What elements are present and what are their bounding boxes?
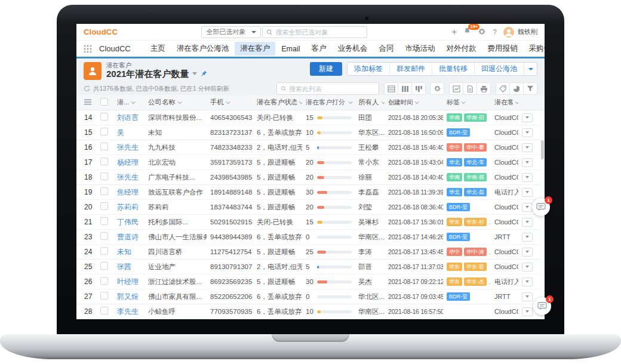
row-checkbox[interactable]: [100, 143, 108, 150]
nav-item-1[interactable]: 主页: [145, 42, 171, 55]
nav-item-2[interactable]: 潜在客户公海池: [171, 42, 235, 55]
row-checkbox[interactable]: [100, 277, 108, 285]
apps-grid-icon[interactable]: [84, 45, 92, 53]
chevron-down-icon[interactable]: [415, 100, 419, 104]
column-header-9[interactable]: 潜在客户来源: [491, 98, 518, 107]
owner-link[interactable]: 李涛: [355, 248, 385, 257]
row-menu-button[interactable]: [522, 143, 533, 152]
export-doc-icon[interactable]: [463, 82, 477, 95]
row-menu-button[interactable]: [522, 307, 533, 316]
row-menu-button[interactable]: [522, 233, 533, 242]
nav-item-5[interactable]: 客户: [306, 42, 332, 55]
table-row[interactable]: 24未知四川语言桥112754127545，跟进顺畅25李涛2021-08-17…: [76, 245, 545, 260]
search-scope-select[interactable]: 全部已选对象: [201, 26, 261, 38]
row-menu-button[interactable]: [522, 158, 533, 167]
tag-pill[interactable]: 华北: [447, 188, 462, 196]
table-row[interactable]: 28李先生小鲸鱼呼770935709356，丢单或放弃10华南区...2021-…: [76, 304, 545, 319]
row-checkbox[interactable]: [100, 217, 108, 225]
lead-name-link[interactable]: 张茜: [113, 262, 145, 272]
row-checkbox[interactable]: [100, 172, 108, 180]
table-row[interactable]: 21丁伟民托利多国际...50291502915关闭-已转换15吴琳杉2021-…: [76, 215, 545, 230]
owner-link[interactable]: 徐丽: [355, 173, 385, 182]
table-view-icon[interactable]: [384, 82, 398, 95]
owner-link[interactable]: 吴琳杉: [355, 218, 385, 227]
row-menu-button[interactable]: [522, 188, 533, 197]
row-menu-button[interactable]: [522, 218, 533, 227]
column-header-3[interactable]: 手机: [207, 98, 253, 107]
lead-name-link[interactable]: 丁伟民: [113, 217, 145, 227]
owner-link[interactable]: 常小东: [355, 158, 385, 167]
tag-pill[interactable]: 华中-攀: [464, 143, 487, 152]
chevron-down-icon[interactable]: [178, 100, 182, 104]
lead-name-link[interactable]: 苏莉莉: [113, 202, 145, 212]
row-checkbox[interactable]: [100, 307, 108, 314]
row-checkbox[interactable]: [100, 292, 108, 300]
row-menu-button[interactable]: [522, 173, 533, 182]
tag-pill[interactable]: 华北-常: [464, 158, 487, 166]
tag-pill[interactable]: 华东-晋: [464, 263, 487, 271]
list-search-input[interactable]: [289, 85, 375, 92]
tag-pill[interactable]: 华北-磊: [464, 188, 487, 196]
table-row[interactable]: 18张先生广东电子科技...243985439855，跟进顺畅20徐丽2021-…: [76, 170, 545, 185]
lead-name-link[interactable]: 吴: [113, 128, 145, 138]
title-chevron-down-icon[interactable]: [192, 72, 197, 75]
gear-icon[interactable]: [478, 27, 486, 37]
bulk-action-button-4[interactable]: 回退公海池: [474, 63, 524, 75]
bulk-action-button-3[interactable]: 批量转移: [432, 63, 474, 75]
lead-name-link[interactable]: 叶经理: [113, 277, 145, 287]
column-header-6[interactable]: 所有人: [355, 98, 385, 107]
row-menu-button[interactable]: [522, 263, 533, 272]
tag-pill[interactable]: 华南: [447, 113, 462, 122]
chevron-down-icon[interactable]: [515, 100, 518, 104]
lead-name-link[interactable]: 张先生: [113, 143, 145, 153]
printer-icon[interactable]: [476, 82, 491, 95]
tag-pill[interactable]: 华中: [447, 143, 462, 152]
lead-name-link[interactable]: 曹道诗: [113, 232, 145, 242]
chart-icon[interactable]: [449, 82, 463, 95]
owner-link[interactable]: 刘莹: [355, 203, 385, 212]
nav-item-8[interactable]: 市场活动: [400, 42, 441, 55]
row-checkbox[interactable]: [100, 128, 108, 135]
column-header-5[interactable]: 潜在客户打分: [302, 98, 355, 107]
chevron-down-icon[interactable]: [349, 100, 353, 104]
chevron-down-icon[interactable]: [131, 100, 136, 104]
lead-name-link[interactable]: 李先生: [113, 307, 145, 317]
owner-link[interactable]: 吴杰: [355, 277, 385, 286]
tag-pill[interactable]: 华东: [447, 263, 462, 271]
add-icon[interactable]: +: [451, 27, 457, 37]
pie-chart-icon[interactable]: [509, 82, 524, 95]
lead-name-link[interactable]: 未知: [113, 247, 145, 257]
owner-link[interactable]: 李磊磊: [355, 188, 385, 197]
global-search-input[interactable]: [275, 29, 363, 36]
list-settings-gear-icon[interactable]: [430, 82, 444, 95]
table-row[interactable]: 27郭又煌佛山市家具有限...852206522066，丢单或放弃0华北区...…: [76, 289, 545, 304]
row-checkbox[interactable]: [100, 187, 108, 195]
notifications-button[interactable]: 19+: [463, 27, 471, 37]
tag-pill[interactable]: 华中-涛: [464, 248, 487, 256]
nav-item-6[interactable]: 业务机会: [333, 42, 373, 55]
row-menu-button[interactable]: [522, 277, 533, 286]
row-checkbox[interactable]: [100, 202, 108, 210]
tag-pill[interactable]: 华东-杉: [464, 218, 487, 226]
tag-pill[interactable]: BDR-莹: [447, 292, 470, 301]
board-view-icon[interactable]: [411, 82, 426, 95]
tag-pill[interactable]: 华东-杰: [464, 277, 487, 286]
tag-icon[interactable]: [496, 82, 510, 95]
chevron-down-icon[interactable]: [226, 100, 230, 104]
lead-name-link[interactable]: 郭又煌: [113, 292, 145, 302]
table-row[interactable]: 15吴未知823137231376，丢单或放弃10华东区...2021-08-1…: [76, 125, 545, 140]
column-header-8[interactable]: 标签: [443, 98, 491, 107]
row-menu-button[interactable]: [522, 292, 533, 301]
nav-item-9[interactable]: 对外付款: [441, 42, 482, 55]
chevron-down-icon[interactable]: [381, 100, 385, 104]
nav-item-3[interactable]: 潜在客户: [235, 42, 275, 55]
lead-name-link[interactable]: 刘语言: [113, 113, 145, 123]
bulk-action-button-2[interactable]: 群发邮件: [389, 63, 432, 75]
row-menu-button[interactable]: [522, 248, 533, 257]
lead-name-link[interactable]: 张先生: [113, 172, 145, 183]
table-row[interactable]: 20苏莉莉苏莉莉183744837445，跟进顺畅20刘莹2021-08-18 …: [76, 200, 545, 215]
table-row[interactable]: 19焦经理致远互联客户合作189148891485，跟进顺畅30李磊磊2021-…: [76, 185, 545, 200]
column-header-1[interactable]: 潜...: [113, 98, 145, 107]
row-menu-button[interactable]: [522, 128, 533, 137]
column-header-7[interactable]: 创建时间: [385, 98, 443, 107]
